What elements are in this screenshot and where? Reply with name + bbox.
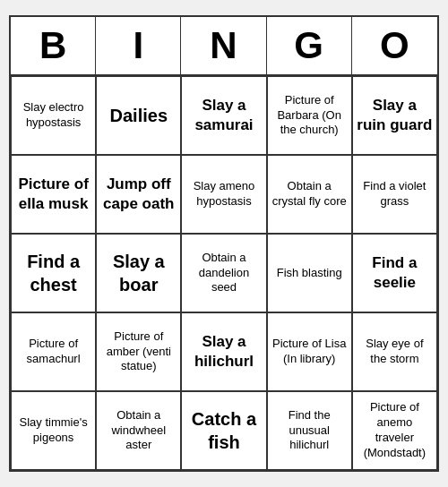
bingo-cell-21[interactable]: Obtain a windwheel aster: [96, 391, 181, 470]
bingo-cell-8[interactable]: Obtain a crystal fly core: [267, 155, 352, 234]
bingo-cell-11[interactable]: Slay a boar: [96, 234, 181, 312]
bingo-cell-7[interactable]: Slay ameno hypostasis: [181, 155, 266, 234]
bingo-cell-22[interactable]: Catch a fish: [181, 391, 266, 470]
bingo-cell-19[interactable]: Slay eye of the storm: [352, 312, 437, 391]
bingo-grid: Slay electro hypostasisDailiesSlay a sam…: [11, 76, 437, 470]
bingo-cell-18[interactable]: Picture of Lisa (In library): [267, 312, 352, 391]
bingo-cell-24[interactable]: Picture of anemo traveler (Mondstadt): [352, 391, 437, 470]
bingo-letter-b: B: [11, 17, 96, 74]
bingo-cell-2[interactable]: Slay a samurai: [181, 76, 266, 155]
bingo-cell-6[interactable]: Jump off cape oath: [96, 155, 181, 234]
bingo-letter-o: O: [352, 17, 437, 74]
bingo-cell-4[interactable]: Slay a ruin guard: [352, 76, 437, 155]
bingo-cell-20[interactable]: Slay timmie's pigeons: [11, 391, 96, 470]
bingo-cell-14[interactable]: Find a seelie: [352, 234, 437, 312]
bingo-cell-12[interactable]: Obtain a dandelion seed: [181, 234, 266, 312]
bingo-header: BINGO: [11, 17, 437, 76]
bingo-letter-i: I: [96, 17, 181, 74]
bingo-card: BINGO Slay electro hypostasisDailiesSlay…: [9, 15, 439, 472]
bingo-cell-17[interactable]: Slay a hilichurl: [181, 312, 266, 391]
bingo-cell-0[interactable]: Slay electro hypostasis: [11, 76, 96, 155]
bingo-cell-23[interactable]: Find the unusual hilichurl: [267, 391, 352, 470]
bingo-cell-13[interactable]: Fish blasting: [267, 234, 352, 312]
bingo-cell-1[interactable]: Dailies: [96, 76, 181, 155]
bingo-cell-10[interactable]: Find a chest: [11, 234, 96, 312]
bingo-cell-9[interactable]: Find a violet grass: [352, 155, 437, 234]
bingo-letter-g: G: [267, 17, 352, 74]
bingo-cell-5[interactable]: Picture of ella musk: [11, 155, 96, 234]
bingo-cell-3[interactable]: Picture of Barbara (On the church): [267, 76, 352, 155]
bingo-cell-16[interactable]: Picture of amber (venti statue): [96, 312, 181, 391]
bingo-letter-n: N: [181, 17, 266, 74]
bingo-cell-15[interactable]: Picture of samachurl: [11, 312, 96, 391]
